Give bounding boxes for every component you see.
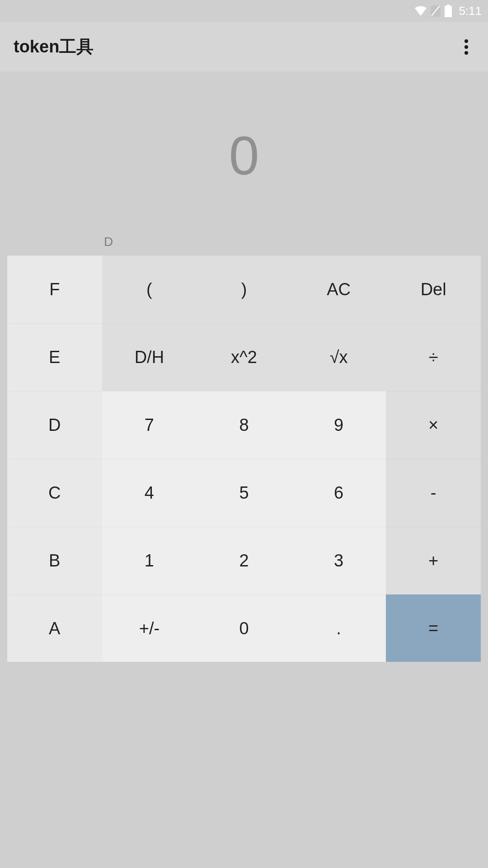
key-7[interactable]: 7 xyxy=(102,391,197,459)
key-9[interactable]: 9 xyxy=(291,391,386,459)
key-multiply[interactable]: × xyxy=(386,391,481,459)
key-divide[interactable]: ÷ xyxy=(386,323,481,391)
calculator-display: 0 D xyxy=(0,72,488,255)
keypad: F ( ) AC Del E D/H x^2 √x ÷ D 7 8 9 × C … xyxy=(7,255,481,662)
key-6[interactable]: 6 xyxy=(291,459,386,527)
app-bar: token工具 xyxy=(0,22,488,72)
key-sqrt[interactable]: √x xyxy=(291,323,386,391)
more-icon[interactable] xyxy=(455,36,477,58)
key-a[interactable]: A xyxy=(7,594,102,662)
status-bar: 5:11 xyxy=(0,0,488,22)
key-0[interactable]: 0 xyxy=(197,594,291,662)
key-d[interactable]: D xyxy=(7,391,102,459)
key-3[interactable]: 3 xyxy=(291,527,386,594)
mode-indicator: D xyxy=(104,235,113,249)
key-b[interactable]: B xyxy=(7,527,102,594)
key-del[interactable]: Del xyxy=(386,255,481,323)
svg-point-4 xyxy=(465,45,468,49)
wifi-icon xyxy=(414,6,427,16)
key-2[interactable]: 2 xyxy=(197,527,291,594)
display-value: 0 xyxy=(0,124,488,187)
key-dot[interactable]: . xyxy=(291,594,386,662)
key-minus[interactable]: - xyxy=(386,459,481,527)
svg-point-3 xyxy=(465,39,468,43)
key-5[interactable]: 5 xyxy=(197,459,291,527)
key-sign[interactable]: +/- xyxy=(102,594,197,662)
key-f[interactable]: F xyxy=(7,255,102,323)
app-title: token工具 xyxy=(14,35,94,58)
key-c[interactable]: C xyxy=(7,459,102,527)
key-ac[interactable]: AC xyxy=(291,255,386,323)
key-close-paren[interactable]: ) xyxy=(197,255,291,323)
key-8[interactable]: 8 xyxy=(197,391,291,459)
key-1[interactable]: 1 xyxy=(102,527,197,594)
svg-rect-2 xyxy=(445,6,452,17)
status-time: 5:11 xyxy=(459,4,482,18)
key-4[interactable]: 4 xyxy=(102,459,197,527)
svg-rect-1 xyxy=(447,5,450,6)
key-square[interactable]: x^2 xyxy=(197,323,291,391)
key-e[interactable]: E xyxy=(7,323,102,391)
key-dh[interactable]: D/H xyxy=(102,323,197,391)
key-open-paren[interactable]: ( xyxy=(102,255,197,323)
sim-icon xyxy=(431,5,441,17)
battery-icon xyxy=(444,5,452,17)
key-plus[interactable]: + xyxy=(386,527,481,594)
key-equals[interactable]: = xyxy=(386,594,481,662)
svg-point-5 xyxy=(465,51,468,55)
